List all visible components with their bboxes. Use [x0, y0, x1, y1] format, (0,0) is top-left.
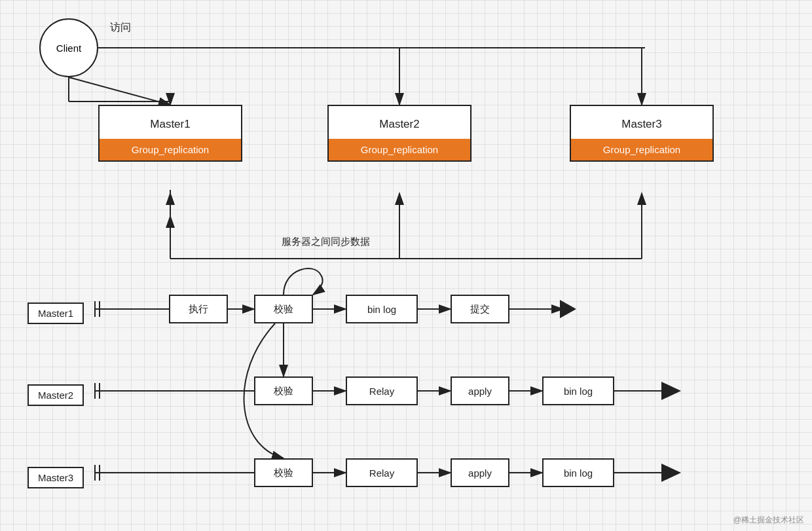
watermark: @稀土掘金技术社区: [733, 515, 804, 526]
flow-m1-execute: 执行: [169, 295, 228, 323]
master1-title: Master1: [100, 106, 241, 139]
svg-marker-26: [661, 382, 681, 400]
flow-m3-relay: Relay: [346, 458, 418, 487]
client-node: Client: [39, 18, 98, 77]
flow-m3-apply: apply: [451, 458, 509, 487]
svg-marker-32: [661, 464, 681, 482]
master3-group-rep: Group_replication: [571, 139, 712, 160]
sync-label: 服务器之间同步数据: [282, 236, 370, 248]
main-canvas: Client 访问 Master1 Group_replication Mast…: [0, 0, 812, 531]
master1-group-rep: Group_replication: [100, 139, 241, 160]
flow-m1-verify: 校验: [254, 295, 313, 323]
flow-m2-apply: apply: [451, 376, 509, 405]
master2-group-rep: Group_replication: [329, 139, 470, 160]
flow-m2-binlog: bin log: [542, 376, 614, 405]
master1-box: Master1 Group_replication: [98, 105, 242, 162]
svg-marker-20: [560, 300, 576, 318]
master2-box: Master2 Group_replication: [327, 105, 471, 162]
flow-master1-label: Master1: [28, 302, 84, 324]
master3-title: Master3: [571, 106, 712, 139]
flow-m2-verify: 校验: [254, 376, 313, 405]
flow-m1-commit: 提交: [451, 295, 509, 323]
flow-master3-label: Master3: [28, 467, 84, 488]
flow-m2-relay: Relay: [346, 376, 418, 405]
visit-label: 访问: [110, 21, 131, 35]
flow-m3-binlog: bin log: [542, 458, 614, 487]
client-label: Client: [56, 43, 81, 54]
master3-box: Master3 Group_replication: [570, 105, 714, 162]
flow-m1-binlog: bin log: [346, 295, 418, 323]
master2-title: Master2: [329, 106, 470, 139]
svg-line-2: [69, 77, 170, 105]
arrows-overlay: [0, 0, 812, 531]
flow-master2-label: Master2: [28, 384, 84, 406]
flow-m3-verify: 校验: [254, 458, 313, 487]
